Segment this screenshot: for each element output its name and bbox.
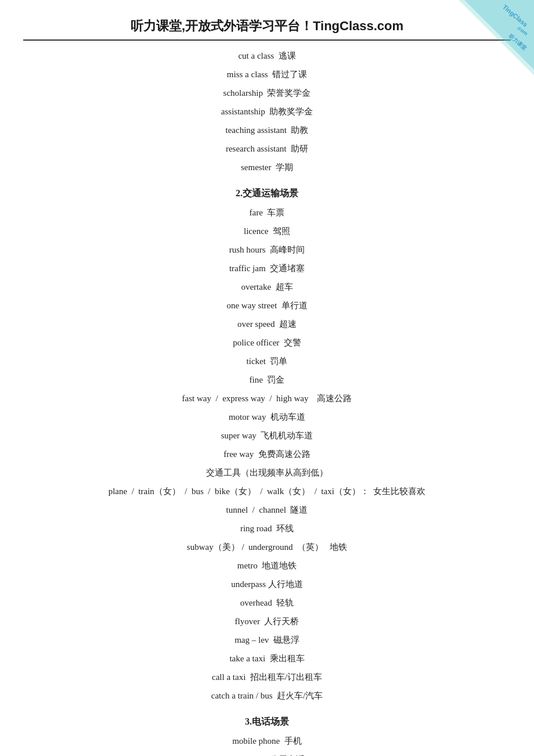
vocab-item: licence 驾照 xyxy=(23,222,511,240)
multi-line-item: super way 飞机机动车道 xyxy=(23,426,511,445)
vocab-item: police officer 交警 xyxy=(23,333,511,352)
svg-marker-1 xyxy=(459,0,534,75)
vocab-item: fine 罚金 xyxy=(23,370,511,389)
vocab-item: rush hours 高峰时间 xyxy=(23,240,511,259)
multi-line-item: tunnel / channel 隧道 xyxy=(23,501,511,519)
multi-line-item: plane / train（女） / bus / bike（女） / walk（… xyxy=(23,482,511,501)
vocab-item: over speed 超速 xyxy=(23,315,511,333)
multi-line-item: motor way 机动车道 xyxy=(23,408,511,426)
vocab-item: one way street 单行道 xyxy=(23,296,511,315)
header-title: 听力课堂,开放式外语学习平台！TingClass.com xyxy=(23,17,511,35)
vocab-item: traffic jam 交通堵塞 xyxy=(23,259,511,278)
vocab-item: research assistant 助研 xyxy=(23,139,511,158)
vocab-item: ticket 罚单 xyxy=(23,352,511,370)
multi-line-item: call a taxi 招出租车/订出租车 xyxy=(23,668,511,686)
vocab-item: overtake 超车 xyxy=(23,278,511,296)
multi-line-item: underpass 人行地道 xyxy=(23,575,511,593)
vocab-item: mobile phone 手机 xyxy=(23,732,511,750)
multi-line-item: fast way / express way / high way 高速公路 xyxy=(23,389,511,408)
multi-line-item: overhead 轻轨 xyxy=(23,593,511,612)
vocab-item: cut a class 逃课 xyxy=(23,46,511,65)
vocab-item: fare 车票 xyxy=(23,203,511,222)
multi-line-item: catch a train / bus 赶火车/汽车 xyxy=(23,686,511,705)
main-content: cut a class 逃课 miss a class 错过了课 scholar… xyxy=(23,46,511,756)
multi-line-item: subway（美） / underground （英） 地铁 xyxy=(23,538,511,556)
multi-line-item: flyover 人行天桥 xyxy=(23,612,511,631)
multi-line-item: metro 地道地铁 xyxy=(23,556,511,575)
vocab-item: pay phone 公用电话 xyxy=(23,750,511,756)
header-cn: 听力课堂,开放式外语学习平台！TingClass.com xyxy=(131,19,403,33)
vocab-item: miss a class 错过了课 xyxy=(23,65,511,84)
page-container: TingClass .com 听力课堂 听力课堂,开放式外语学习平台！TingC… xyxy=(0,0,534,756)
multi-line-item: ring road 环线 xyxy=(23,519,511,538)
vocab-item: semester 学期 xyxy=(23,158,511,177)
vocab-item: scholarship 荣誉奖学金 xyxy=(23,84,511,102)
section-header-3: 3.电话场景 xyxy=(23,712,511,732)
page-header: 听力课堂,开放式外语学习平台！TingClass.com xyxy=(23,17,511,41)
multi-line-item: free way 免费高速公路 xyxy=(23,445,511,463)
vocab-item: assistantship 助教奖学金 xyxy=(23,102,511,121)
corner-svg: TingClass .com 听力课堂 xyxy=(459,0,534,75)
multi-line-item: mag – lev 磁悬浮 xyxy=(23,631,511,649)
section-header-2: 2.交通运输场景 xyxy=(23,183,511,203)
multi-line-item: take a taxi 乘出租车 xyxy=(23,649,511,668)
corner-watermark: TingClass .com 听力课堂 xyxy=(459,0,534,75)
multi-line-item: 交通工具（出现频率从高到低） xyxy=(23,463,511,482)
vocab-item: teaching assistant 助教 xyxy=(23,121,511,139)
